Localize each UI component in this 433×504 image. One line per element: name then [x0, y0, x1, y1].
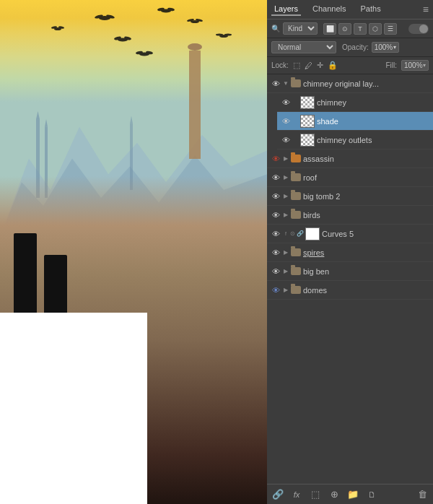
layers-panel: Layers Channels Paths ≡ 🔍 Kind ⬜ ⊙ T ⬡ ☰…: [267, 0, 433, 504]
layers-list: 👁 ▼ chimney original lay... 👁 chimney 👁 …: [267, 74, 433, 484]
layer-row[interactable]: 👁 ▶ birds: [267, 206, 433, 225]
expand-arrow-icon[interactable]: ▶: [281, 212, 290, 218]
visibility-eye-icon[interactable]: 👁: [280, 116, 292, 127]
layer-thumbnail: [300, 115, 315, 128]
layer-name: assassin: [303, 155, 430, 163]
folder-icon: [290, 79, 302, 89]
fill-number: 100%: [404, 61, 423, 69]
folder-icon: [290, 210, 302, 220]
curves-chain-icon: 🔗: [297, 230, 304, 237]
folder-icon: [290, 266, 302, 277]
delete-layer-icon[interactable]: 🗑: [416, 488, 429, 501]
filter-image-icon[interactable]: ⬜: [323, 23, 336, 35]
layer-name: shade: [317, 117, 430, 126]
layer-thumbnail: [300, 134, 315, 147]
expand-arrow-icon[interactable]: ▶: [281, 155, 290, 162]
expand-arrow-icon[interactable]: ▶: [281, 249, 290, 256]
visibility-eye-icon[interactable]: 👁: [270, 284, 281, 296]
blend-mode-select[interactable]: Normal: [271, 41, 336, 53]
lock-pixels-icon[interactable]: ⬚: [293, 61, 300, 70]
visibility-eye-icon[interactable]: 👁: [270, 153, 281, 165]
visibility-eye-icon[interactable]: 👁: [270, 247, 281, 258]
new-adjustment-icon[interactable]: ⊕: [328, 488, 341, 501]
filter-type-icon[interactable]: T: [354, 23, 367, 35]
layer-row[interactable]: 👁 ▶ spires: [267, 243, 433, 262]
layer-name: Curves 5: [322, 230, 430, 238]
filter-smart-icon[interactable]: ☰: [384, 23, 397, 35]
bottom-toolbar: 🔗 fx ⬚ ⊕ 📁 🗋 🗑: [267, 484, 433, 504]
layer-name: big ben: [303, 267, 430, 276]
fill-label: Fill:: [385, 61, 397, 69]
layer-name: spires: [303, 248, 430, 257]
expand-arrow-icon[interactable]: ▼: [281, 80, 290, 87]
expand-arrow-icon: f: [281, 231, 290, 236]
blend-mode-bar: Normal Opacity: 100% ▾: [267, 38, 433, 57]
chimneys: [14, 233, 67, 313]
folder-icon: [290, 248, 302, 258]
new-group-icon[interactable]: 📁: [346, 488, 359, 501]
layer-row[interactable]: 👁 ▶ big ben: [267, 262, 433, 281]
layer-name: big tomb 2: [303, 192, 430, 201]
layer-row[interactable]: 👁 f ⊙ 🔗 Curves 5: [267, 225, 433, 243]
visibility-eye-icon[interactable]: 👁: [270, 228, 281, 240]
visibility-eye-icon[interactable]: 👁: [280, 134, 292, 146]
curves-special-icons: ⊙ 🔗: [290, 230, 304, 237]
folder-icon: [290, 173, 302, 183]
filter-icons-group: ⬜ ⊙ T ⬡ ☰: [323, 23, 397, 35]
filter-adjust-icon[interactable]: ⊙: [338, 23, 351, 35]
tab-layers[interactable]: Layers: [271, 3, 301, 16]
folder-icon: [290, 285, 302, 295]
svg-marker-7: [130, 116, 133, 123]
add-mask-icon[interactable]: ⬚: [309, 488, 322, 501]
lock-position-icon[interactable]: ✛: [317, 61, 323, 70]
filter-toggle[interactable]: [408, 24, 429, 34]
layer-row[interactable]: 👁 chimney outlets: [277, 131, 433, 149]
opacity-number: 100%: [375, 43, 393, 51]
visibility-eye-icon[interactable]: 👁: [270, 78, 281, 90]
lock-label: Lock:: [271, 61, 289, 69]
tab-channels[interactable]: Channels: [310, 3, 349, 16]
link-layers-icon[interactable]: 🔗: [271, 488, 284, 501]
tab-paths[interactable]: Paths: [358, 3, 384, 16]
visibility-eye-icon[interactable]: 👁: [280, 97, 292, 108]
layer-row[interactable]: 👁 ▶ domes: [267, 281, 433, 300]
filter-bar: 🔍 Kind ⬜ ⊙ T ⬡ ☰: [267, 19, 433, 38]
layer-row[interactable]: 👁 shade: [277, 112, 433, 131]
layer-row[interactable]: 👁 ▶ assassin: [267, 149, 433, 168]
layer-styles-icon[interactable]: fx: [290, 488, 303, 501]
layer-row[interactable]: 👁 ▶ roof: [267, 168, 433, 187]
layer-row[interactable]: 👁 ▼ chimney original lay...: [267, 74, 433, 93]
new-layer-icon[interactable]: 🗋: [365, 488, 378, 501]
chimney-left: [14, 233, 37, 313]
lock-image-icon[interactable]: 🖊: [305, 61, 312, 70]
layer-thumbnail: [300, 96, 315, 109]
layer-row[interactable]: 👁 ▶ big tomb 2: [267, 187, 433, 206]
expand-arrow-icon[interactable]: ▶: [281, 174, 290, 181]
visibility-eye-icon[interactable]: 👁: [270, 266, 281, 277]
svg-marker-3: [36, 111, 40, 119]
opacity-label: Opacity:: [342, 43, 369, 51]
chimney-right: [44, 255, 67, 313]
canvas-area: [0, 0, 267, 504]
layer-name: chimney outlets: [317, 136, 430, 144]
expand-arrow-icon[interactable]: ▶: [281, 193, 290, 199]
panel-menu-icon[interactable]: ≡: [423, 4, 429, 15]
fill-value[interactable]: 100% ▾: [401, 60, 429, 71]
curves-circle-icon: ⊙: [290, 230, 295, 237]
expand-arrow-icon[interactable]: ▶: [281, 287, 290, 293]
kind-select[interactable]: Kind: [283, 22, 318, 35]
opacity-value[interactable]: 100% ▾: [372, 42, 399, 53]
expand-arrow-icon[interactable]: ▶: [281, 268, 290, 274]
visibility-eye-icon[interactable]: 👁: [270, 191, 281, 202]
filter-kind-label: 🔍: [271, 25, 280, 32]
layer-row[interactable]: 👁 chimney: [277, 93, 433, 112]
visibility-eye-icon[interactable]: 👁: [270, 209, 281, 221]
filter-shape-icon[interactable]: ⬡: [369, 23, 382, 35]
panel-tabs-bar: Layers Channels Paths ≡: [267, 0, 433, 19]
layer-name: domes: [303, 286, 430, 295]
visibility-eye-icon[interactable]: 👁: [270, 172, 281, 183]
folder-icon: [290, 191, 302, 201]
layer-name: roof: [303, 173, 430, 182]
lock-all-icon[interactable]: 🔒: [328, 61, 338, 70]
opacity-arrow-icon: ▾: [393, 44, 396, 51]
